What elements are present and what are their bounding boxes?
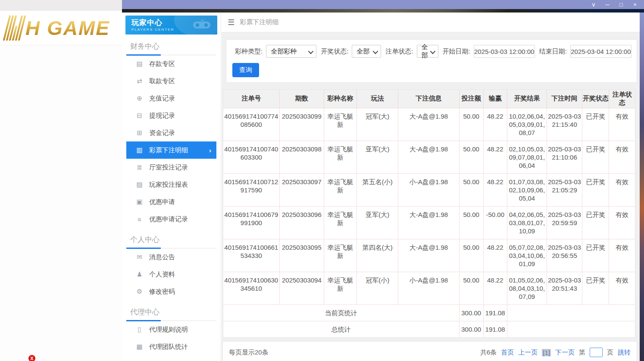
summary-row: 总统计300.00191.08 — [223, 321, 635, 337]
first-page-link[interactable]: 首页 — [501, 348, 514, 357]
summary-bet-total: 300.00 — [459, 304, 483, 321]
table-cell: 20250303095 — [279, 239, 324, 272]
table-cell: 48.22 — [483, 239, 507, 272]
sidebar-item-label: 优惠申请记录 — [149, 215, 188, 223]
prev-page-link[interactable]: 上一页 — [518, 348, 538, 357]
table-cell: 48.22 — [483, 108, 507, 141]
minimize-button[interactable]: ─ — [603, 1, 611, 9]
table-cell: 48.22 — [483, 141, 507, 173]
profile-icon: ♟ — [136, 270, 143, 278]
table-cell: 401569174100661534330 — [223, 239, 279, 272]
search-button[interactable]: 查询 — [232, 63, 259, 77]
error-icon[interactable]: X — [28, 355, 35, 361]
sidebar-section-heading: 代理中心 — [126, 306, 216, 321]
table-row: 40156917410063034561020250303094幸运飞艇新冠军(… — [223, 272, 635, 304]
table-cell: 已开奖 — [582, 239, 609, 272]
draw-status-select[interactable]: 全部 — [352, 45, 381, 58]
table-cell: 冠军(小) — [357, 272, 398, 304]
summary-winloss-total: 191.08 — [483, 304, 507, 321]
sidebar-item-label: 取款专区 — [149, 77, 175, 85]
order-status-select[interactable]: 全部 — [417, 45, 438, 58]
page-size-text: 每页显示20条 — [229, 348, 269, 357]
table-cell: 20250303096 — [279, 206, 324, 239]
table-cell: 已开奖 — [582, 206, 609, 239]
close-button[interactable]: × — [631, 1, 639, 9]
table-cell: 冠军(大) — [357, 108, 398, 141]
table-cell: 亚军(大) — [357, 141, 398, 173]
agent-rules-icon: ▯ — [136, 326, 143, 333]
chevron-down-button[interactable]: ∨ — [590, 1, 597, 9]
jump-prefix: 第 — [579, 348, 585, 357]
column-header: 注单号 — [223, 90, 279, 108]
sidebar-header: 玩家中心 PLAYERS CENTER — [125, 16, 217, 35]
summary-empty — [507, 304, 635, 321]
sidebar-item-announcement[interactable]: ✉消息公告 — [126, 248, 216, 266]
table-cell: 第五名(小) — [357, 173, 398, 206]
total-count: 共6条 — [480, 348, 497, 357]
sidebar-item-label: 代理规则说明 — [149, 326, 188, 334]
jump-page-input[interactable] — [590, 348, 603, 357]
table-cell: 20250303097 — [279, 173, 324, 206]
desktop-top-strip — [0, 0, 122, 11]
sidebar-item-hall-bet-record[interactable]: ≣厅室投注记录 — [126, 159, 216, 176]
order-status-label: 注单状态: — [385, 47, 413, 56]
table-cell: 幸运飞艇新 — [324, 206, 356, 239]
bet-table-panel: 注单号期数彩种名称玩法下注信息投注额输赢开奖结果下注时间开奖状态注单状态4015… — [223, 89, 635, 338]
table-cell: 小-A盘@1.98 — [398, 272, 459, 304]
table-cell: 04,02,06,05,03,08,01,07,10,09 — [507, 206, 547, 239]
table-cell: 2025-03-03 20:51:43 — [547, 272, 582, 304]
sidebar-item-recharge-record[interactable]: ⊕充值记录 — [126, 90, 216, 107]
sidebar-sections: 财务中心▤存款专区⇄取款专区⊕充值记录⊟提现记录⊞资金记录▥彩票下注明细›≣厅室… — [122, 41, 221, 355]
start-date-input[interactable] — [474, 45, 535, 58]
table-cell: 50.00 — [459, 239, 483, 272]
sidebar-section-heading: 个人中心 — [126, 234, 216, 248]
column-header: 注单状态 — [609, 90, 635, 108]
footer-panel: 每页显示20条 共6条 首页 上一页 [1] 下一页 第 页 跳转 — [222, 341, 637, 361]
hamburger-icon[interactable]: ☰ — [228, 18, 234, 27]
sidebar-item-change-password[interactable]: ⚙修改密码 — [126, 283, 216, 300]
sidebar-item-profile[interactable]: ♟个人资料 — [126, 266, 216, 283]
sidebar-item-promo-apply-record[interactable]: ≡优惠申请记录 — [126, 210, 216, 228]
sidebar-item-lottery-bet-detail[interactable]: ▥彩票下注明细› — [126, 141, 216, 159]
table-cell: 已开奖 — [582, 141, 609, 173]
sidebar-item-promo-apply[interactable]: ▣优惠申请 — [126, 193, 216, 210]
table-cell: 幸运飞艇新 — [324, 239, 356, 272]
sidebar-item-agent-team-stats[interactable]: ▦代理团队统计 — [126, 338, 216, 355]
maximize-button[interactable]: □ — [617, 1, 625, 9]
agent-team-stats-icon: ▦ — [136, 343, 143, 351]
column-header: 玩法 — [357, 90, 398, 108]
end-date-input[interactable] — [570, 45, 631, 58]
sidebar-item-funds-record[interactable]: ⊞资金记录 — [126, 124, 216, 141]
sidebar-item-withdraw[interactable]: ⇄取款专区 — [126, 72, 216, 90]
summary-winloss-total: 191.08 — [483, 321, 507, 337]
sidebar-item-agent-rules[interactable]: ▯代理规则说明 — [126, 321, 216, 338]
sidebar-item-label: 存款专区 — [149, 60, 175, 68]
table-cell: 20250303094 — [279, 272, 324, 304]
next-page-link[interactable]: 下一页 — [555, 348, 575, 357]
sidebar-item-player-bet-report[interactable]: ▨玩家投注报表 — [126, 176, 216, 193]
sidebar-item-deposit-card[interactable]: ▤存款专区 — [126, 55, 216, 72]
start-date-label: 开始日期: — [443, 47, 470, 56]
filter-panel: 彩种类型: 全部彩种 开奖状态: 全部 注单状态: 全部 开始日期: 结束日期:… — [226, 39, 637, 83]
lottery-type-select[interactable]: 全部彩种 — [266, 45, 316, 58]
table-cell: 50.00 — [459, 272, 483, 304]
table-row: 40156917410066153433020250303095幸运飞艇新第四名… — [223, 239, 635, 272]
table-row: 40156917410077408560020250303099幸运飞艇新冠军(… — [223, 108, 635, 141]
sidebar-item-label: 资金记录 — [149, 129, 175, 137]
table-cell: 幸运飞艇新 — [324, 173, 356, 206]
table-cell: 50.00 — [459, 206, 483, 239]
table-cell: 401569174100774085600 — [223, 108, 279, 141]
lottery-type-label: 彩种类型: — [235, 47, 263, 56]
sidebar: 玩家中心 PLAYERS CENTER 财务中心▤存款专区⇄取款专区⊕充值记录⊟… — [122, 13, 221, 361]
sidebar-item-label: 玩家投注报表 — [149, 181, 188, 189]
jump-link[interactable]: 跳转 — [618, 348, 631, 357]
sidebar-item-label: 消息公告 — [149, 253, 175, 261]
hall-bet-record-icon: ≣ — [136, 163, 143, 171]
table-cell: 大-A盘@1.98 — [398, 141, 459, 173]
summary-label: 总统计 — [223, 321, 459, 337]
table-cell: 有效 — [609, 272, 635, 304]
page-title: 彩票下注明细 — [240, 18, 278, 26]
table-cell: 01,05,02,06,08,04,03,10,07,09 — [507, 272, 547, 304]
logo-band: H GAME — [0, 11, 122, 45]
sidebar-item-withdrawal-record[interactable]: ⊟提现记录 — [126, 107, 216, 124]
